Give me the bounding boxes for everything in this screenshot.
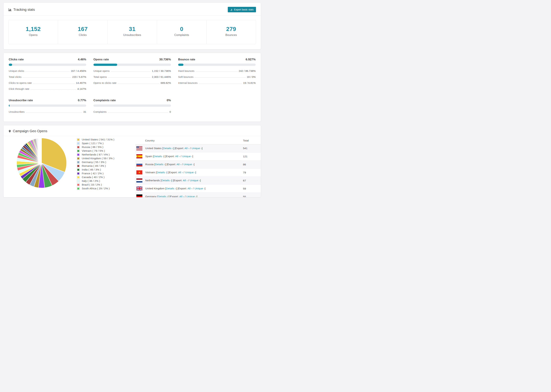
stat-box-opens: 1,152Opens bbox=[8, 20, 58, 44]
rate-block-complaints-rate: Complaints rate0%Complaints0 bbox=[93, 99, 171, 115]
bracket: / bbox=[180, 155, 182, 158]
de-flag-icon bbox=[136, 195, 142, 197]
legend-label: Russia ( 86 / 5% ) bbox=[82, 146, 103, 149]
pie-chart-svg[interactable] bbox=[16, 137, 67, 189]
bracket: ] bbox=[195, 171, 196, 174]
dotted-leader bbox=[25, 71, 70, 72]
country-name: Netherlands bbox=[145, 179, 161, 182]
geo-legend: United States ( 541 / 31% )Spain ( 121 /… bbox=[77, 138, 128, 191]
page: Tracking stats Export basic stats 1,152O… bbox=[0, 0, 264, 204]
legend-item-romania[interactable]: Romania ( 49 / 3% ) bbox=[77, 164, 128, 168]
country-name: United States bbox=[145, 147, 162, 150]
export-unique-link[interactable]: Unique › bbox=[190, 179, 200, 182]
total-cell: 55 bbox=[242, 193, 261, 197]
rate-head: Bounce rate6.927% bbox=[178, 58, 256, 61]
legend-item-spain[interactable]: Spain ( 121 / 7% ) bbox=[77, 142, 128, 145]
export-all-link[interactable]: All › bbox=[178, 171, 183, 174]
export-unique-link[interactable]: Unique › bbox=[191, 147, 202, 150]
legend-label: India ( 46 / 3% ) bbox=[82, 168, 101, 171]
export-basic-stats-button[interactable]: Export basic stats bbox=[228, 7, 256, 12]
legend-swatch bbox=[77, 161, 80, 164]
export-unique-link[interactable]: Unique › bbox=[184, 163, 194, 166]
progress-fill bbox=[178, 64, 184, 66]
rate-row-soft-bounces: Soft bounces18 / 0% bbox=[178, 74, 256, 80]
legend-item-vietnam[interactable]: Vietnam ( 79 / 5% ) bbox=[77, 149, 128, 152]
rate-rows: Unsubscribes31 bbox=[9, 109, 86, 115]
export-all-link[interactable]: All › bbox=[179, 195, 184, 197]
export-unique-link[interactable]: Unique › bbox=[194, 187, 205, 190]
rate-head: Complaints rate0% bbox=[93, 99, 171, 102]
bracket: ] [Export: bbox=[165, 163, 177, 166]
rate-row-label: Unsubscribes bbox=[9, 110, 25, 113]
rate-row-value: 14.497% bbox=[76, 81, 86, 84]
stat-box-clicks: 167Clicks bbox=[58, 20, 107, 44]
country-cell-text: Germany [Details ›] [Export: All › / Uni… bbox=[145, 195, 197, 197]
rate-rows: Hard bounces242 / 86.738%Soft bounces18 … bbox=[178, 68, 256, 86]
legend-item-italy[interactable]: Italy ( 36 / 2% ) bbox=[77, 179, 128, 182]
details-link[interactable]: Details › bbox=[158, 195, 168, 197]
details-link[interactable]: Details › bbox=[166, 187, 176, 190]
details-link[interactable]: Details › bbox=[154, 155, 164, 158]
export-unique-link[interactable]: Unique › bbox=[186, 195, 197, 197]
rate-title: Bounce rate bbox=[178, 58, 195, 61]
legend-item-south-africa[interactable]: South Africa ( 29 / 2% ) bbox=[77, 187, 128, 190]
stat-label: Unsubscribes bbox=[107, 33, 157, 37]
geo-table-wrap: Country Total United States [Details ›] … bbox=[135, 137, 261, 197]
export-unique-link[interactable]: Unique › bbox=[182, 155, 192, 158]
export-all-link[interactable]: All › bbox=[175, 155, 180, 158]
legend-swatch bbox=[77, 142, 80, 145]
details-link[interactable]: Details › bbox=[161, 179, 171, 182]
bracket: / bbox=[192, 187, 194, 190]
rate-row-complaints: Complaints0 bbox=[93, 109, 171, 115]
legend-item-germany[interactable]: Germany ( 55 / 3% ) bbox=[77, 161, 128, 164]
legend-item-brazil[interactable]: Brazil ( 33 / 2% ) bbox=[77, 183, 128, 186]
legend-label: Brazil ( 33 / 2% ) bbox=[82, 183, 102, 186]
legend-swatch bbox=[77, 176, 80, 179]
rates-card: Clicks rate4.46%Unique clicks167 / 4.456… bbox=[3, 53, 261, 122]
legend-label: Romania ( 49 / 3% ) bbox=[82, 164, 106, 168]
country-name: Russia bbox=[145, 163, 154, 166]
export-unique-link[interactable]: Unique › bbox=[185, 171, 195, 174]
legend-item-france[interactable]: France ( 42 / 2% ) bbox=[77, 172, 128, 175]
legend-swatch bbox=[77, 183, 80, 186]
details-link[interactable]: Details › bbox=[163, 147, 173, 150]
total-cell: 67 bbox=[242, 176, 261, 185]
rate-row-value: 220 / 5.87% bbox=[72, 75, 86, 78]
geo-header: Campaign Geo Opens bbox=[4, 125, 261, 136]
country-cell-text: Russia [Details ›] [Export: All › / Uniq… bbox=[145, 163, 195, 166]
legend-item-united-states[interactable]: United States ( 541 / 31% ) bbox=[77, 138, 128, 141]
geo-body: United States ( 541 / 31% )Spain ( 121 /… bbox=[4, 136, 261, 197]
table-row-netherlands: Netherlands [Details ›] [Export: All › /… bbox=[135, 176, 261, 185]
bracket: / bbox=[181, 163, 184, 166]
stat-value: 1,152 bbox=[8, 26, 58, 32]
rate-row-clicks-to-opens-rate: Clicks to opens rate14.497% bbox=[9, 80, 86, 86]
legend-item-united-kingdom[interactable]: United Kingdom ( 59 / 3% ) bbox=[77, 157, 128, 160]
stat-label: Opens bbox=[8, 33, 58, 37]
export-all-link[interactable]: All › bbox=[184, 147, 189, 150]
country-cell-text: United Kingdom [Details ›] [Export: All … bbox=[145, 187, 205, 190]
legend-label: United States ( 541 / 31% ) bbox=[82, 138, 114, 141]
rates-grid: Clicks rate4.46%Unique clicks167 / 4.456… bbox=[9, 58, 256, 115]
legend-item-canada[interactable]: Canada ( 40 / 2% ) bbox=[77, 176, 128, 179]
legend-item-india[interactable]: India ( 46 / 3% ) bbox=[77, 168, 128, 171]
progress-track bbox=[9, 64, 86, 66]
legend-item-netherlands[interactable]: Netherlands ( 67 / 4% ) bbox=[77, 153, 128, 156]
export-all-link[interactable]: All › bbox=[183, 179, 187, 182]
bracket: / bbox=[189, 147, 191, 150]
tracking-stats-header: Tracking stats Export basic stats bbox=[4, 3, 261, 15]
legend-swatch bbox=[77, 153, 80, 156]
rate-row-value: 18 / 0% bbox=[247, 75, 256, 78]
geo-pie-chart[interactable] bbox=[16, 137, 67, 189]
bracket: ] [Export: bbox=[164, 155, 175, 158]
rate-row-label: Click through rate bbox=[9, 87, 29, 90]
export-all-link[interactable]: All › bbox=[177, 163, 181, 166]
export-all-link[interactable]: All › bbox=[188, 187, 192, 190]
details-link[interactable]: Details › bbox=[157, 171, 167, 174]
progress-track bbox=[93, 105, 171, 107]
legend-label: France ( 42 / 2% ) bbox=[82, 172, 104, 175]
stat-label: Bounces bbox=[206, 33, 256, 37]
legend-item-russia[interactable]: Russia ( 86 / 5% ) bbox=[77, 146, 128, 149]
bracket: ] [Export: bbox=[173, 147, 184, 150]
details-link[interactable]: Details › bbox=[155, 163, 165, 166]
rate-rows: Unique opens1,152 / 30.736%Total opens2,… bbox=[93, 68, 171, 86]
